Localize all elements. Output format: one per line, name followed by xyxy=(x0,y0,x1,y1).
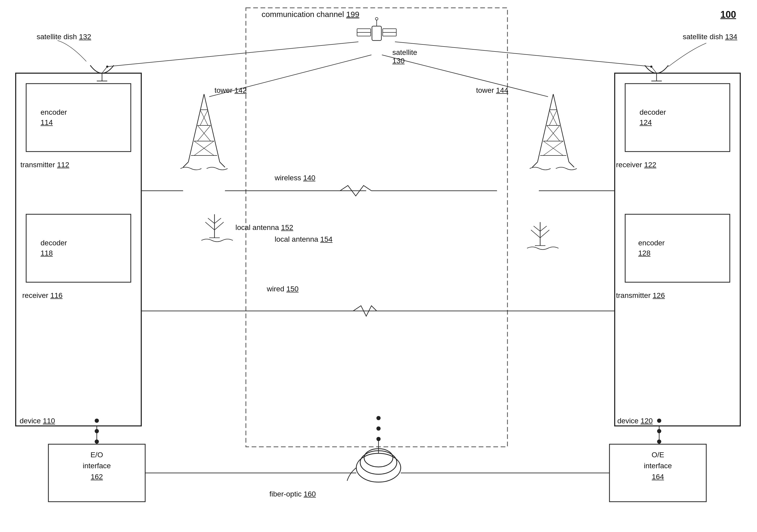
svg-line-60 xyxy=(531,230,540,238)
transmitter-left-label: transmitter 112 xyxy=(20,161,69,169)
local-antenna-left-label: local antenna 152 xyxy=(235,223,293,232)
diagram-title: 100 xyxy=(720,9,736,20)
svg-point-72 xyxy=(377,427,380,431)
svg-line-51 xyxy=(532,162,537,167)
wireless-label: wireless 140 xyxy=(275,174,316,182)
svg-point-68 xyxy=(95,419,99,423)
wired-label: wired 150 xyxy=(267,285,298,293)
svg-point-65 xyxy=(356,453,401,482)
satellite-dish-right-label: satellite dish 134 xyxy=(683,33,737,41)
diagram: 100 communication channel 199 satellite … xyxy=(0,0,757,532)
svg-line-39 xyxy=(537,94,553,162)
fiberoptic-label: fiber-optic 160 xyxy=(269,490,316,498)
device-left-label: device 110 xyxy=(20,417,55,425)
svg-point-74 xyxy=(657,419,661,423)
transmitter-right-label: transmitter 126 xyxy=(616,291,665,300)
comm-channel-label: communication channel 199 xyxy=(261,10,359,19)
eo-interface-label: E/O interface 162 xyxy=(60,449,134,482)
device-right-label: device 120 xyxy=(617,417,652,425)
svg-line-56 xyxy=(208,218,215,223)
encoder-right-label: encoder 128 xyxy=(638,238,665,258)
receiver-left-label: receiver 116 xyxy=(22,291,63,300)
satellite-label: satellite 130 xyxy=(392,48,417,65)
svg-line-38 xyxy=(220,162,225,167)
svg-rect-2 xyxy=(16,73,141,426)
svg-line-25 xyxy=(188,94,204,162)
svg-line-84 xyxy=(107,42,358,67)
svg-line-63 xyxy=(540,226,547,231)
svg-line-26 xyxy=(204,94,220,162)
decoder-left-label: decoder 118 xyxy=(41,238,67,258)
svg-line-57 xyxy=(215,218,221,223)
tower-left-label: tower 142 xyxy=(215,86,247,95)
svg-line-40 xyxy=(553,94,569,162)
svg-line-37 xyxy=(183,162,188,167)
tower-right-label: tower 144 xyxy=(476,86,508,95)
svg-line-85 xyxy=(395,42,652,67)
svg-line-54 xyxy=(205,222,215,230)
svg-rect-10 xyxy=(372,26,381,41)
svg-line-55 xyxy=(215,222,224,230)
svg-line-62 xyxy=(533,226,540,231)
svg-line-52 xyxy=(569,162,574,167)
svg-rect-3 xyxy=(615,73,740,426)
svg-line-61 xyxy=(540,230,549,238)
encoder-left-label: encoder 114 xyxy=(41,107,67,127)
svg-point-71 xyxy=(377,416,380,420)
local-antenna-right-label: local antenna 154 xyxy=(275,235,332,243)
decoder-right-label: decoder 124 xyxy=(640,107,666,127)
satellite-dish-left-label: satellite dish 132 xyxy=(37,33,91,41)
receiver-right-label: receiver 122 xyxy=(616,161,656,169)
oe-interface-label: O/E interface 164 xyxy=(621,449,694,482)
